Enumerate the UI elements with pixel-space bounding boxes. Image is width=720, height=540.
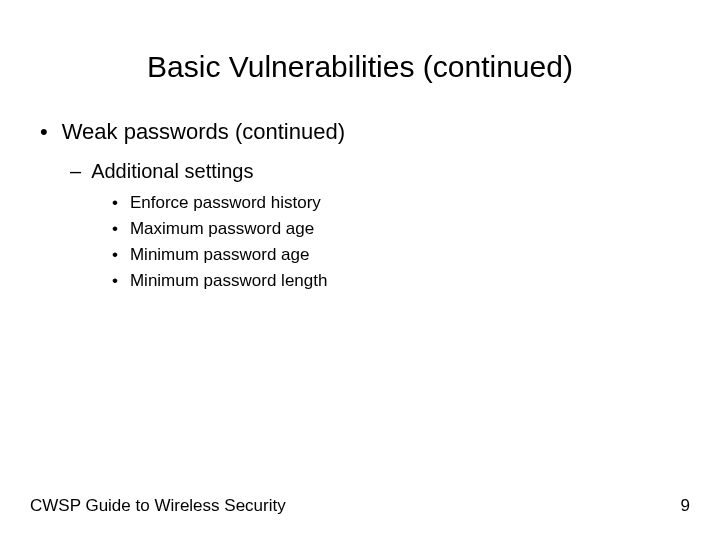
- slide-footer: CWSP Guide to Wireless Security 9: [30, 496, 690, 516]
- dash-icon: –: [70, 160, 81, 183]
- bullet-text: Minimum password age: [130, 245, 310, 265]
- slide-title: Basic Vulnerabilities (continued): [30, 50, 690, 84]
- bullet-level3: • Enforce password history: [112, 193, 690, 213]
- bullet-text: Additional settings: [91, 160, 253, 183]
- bullet-icon: •: [40, 119, 48, 145]
- bullet-level2: – Additional settings: [70, 160, 690, 183]
- page-number: 9: [681, 496, 690, 516]
- bullet-icon: •: [112, 193, 118, 213]
- bullet-icon: •: [112, 245, 118, 265]
- bullet-icon: •: [112, 219, 118, 239]
- bullet-text: Enforce password history: [130, 193, 321, 213]
- bullet-level3: • Minimum password age: [112, 245, 690, 265]
- bullet-text: Maximum password age: [130, 219, 314, 239]
- bullet-text: Weak passwords (continued): [62, 119, 345, 145]
- bullet-level3: • Maximum password age: [112, 219, 690, 239]
- bullet-level3: • Minimum password length: [112, 271, 690, 291]
- bullet-level1: • Weak passwords (continued): [40, 119, 690, 145]
- footer-left-text: CWSP Guide to Wireless Security: [30, 496, 286, 516]
- bullet-text: Minimum password length: [130, 271, 327, 291]
- bullet-icon: •: [112, 271, 118, 291]
- slide-container: Basic Vulnerabilities (continued) • Weak…: [0, 0, 720, 540]
- slide-content: • Weak passwords (continued) – Additiona…: [30, 119, 690, 291]
